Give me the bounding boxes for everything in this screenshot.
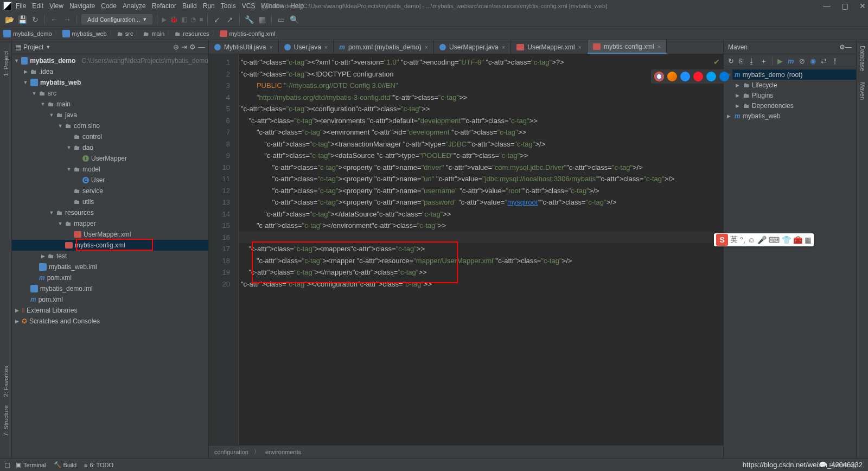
tree-item[interactable]: 🖿control <box>12 131 208 142</box>
tree-item[interactable]: ▶🖿test <box>12 251 208 262</box>
tree-item[interactable]: ▼🖿mapper <box>12 218 208 229</box>
code-line[interactable]: "c-attr">class="c-tag"><property "c-attr… <box>241 185 723 197</box>
crumb-configuration[interactable]: configuration <box>214 449 248 455</box>
tool-structure[interactable]: 7: Structure <box>3 405 9 436</box>
tree-extra[interactable]: ▶⫴External Libraries <box>12 305 208 316</box>
menu-navigate[interactable]: Navigate <box>67 1 97 11</box>
tree-item[interactable]: mybatis_web.iml <box>12 262 208 272</box>
tab-close-icon[interactable]: × <box>425 44 428 50</box>
tool-project[interactable]: 1: Project <box>3 51 9 76</box>
tree-item[interactable]: ▼🖿model <box>12 164 208 175</box>
crumb-resources[interactable]: 🖿resources <box>175 30 209 37</box>
mvn-collapse-icon[interactable]: ⭱ <box>832 57 839 65</box>
tree-item[interactable]: mybatis_demo.iml <box>12 283 208 294</box>
back-icon[interactable]: ← <box>49 15 59 24</box>
tool-maven[interactable]: Maven <box>859 82 866 100</box>
debug-icon[interactable]: 🐞 <box>170 16 178 23</box>
tree-item[interactable]: CUser <box>12 175 208 186</box>
code-editor[interactable]: ✔ "c-attr">class="c-tag"><?xml "c-attr">… <box>239 54 723 445</box>
code-line[interactable]: "c-attr">class="c-tag"></configuration"c… <box>241 278 723 290</box>
code-line[interactable]: "c-attr">class="c-tag"></mappers"c-attr"… <box>241 266 723 278</box>
locate-icon[interactable]: ⊕ <box>173 43 179 51</box>
menu-tools[interactable]: Tools <box>219 1 238 11</box>
code-line[interactable]: "c-attr">class="c-tag"><mapper "c-attr">… <box>241 255 723 267</box>
mvn-download-icon[interactable]: ⭳ <box>748 57 755 65</box>
tree-item[interactable]: UserMapper.xml <box>12 229 208 240</box>
mvn-toggle-icon[interactable]: ⊘ <box>799 57 805 65</box>
maven-tree-item[interactable]: ▶mmybatis_web <box>724 111 856 121</box>
mvn-generate-icon[interactable]: ⎘ <box>739 57 743 65</box>
build-button[interactable]: 🔨 Build <box>54 461 76 468</box>
editor-tab[interactable]: mybtis-config.xml× <box>588 40 667 54</box>
menu-vcs[interactable]: VCS <box>240 1 258 11</box>
tree-item[interactable]: mybtis-config.xml <box>12 240 208 251</box>
settings-icon[interactable]: 🔧 <box>244 15 254 24</box>
tool-database[interactable]: Database <box>859 46 866 71</box>
ime-voice-icon[interactable]: 🎤 <box>757 236 767 244</box>
ime-menu-icon[interactable]: ▦ <box>805 236 812 244</box>
tree-item[interactable]: ▼🖿main <box>12 99 208 110</box>
tree-root[interactable]: ▼mybatis_demo C:\Users\wangf\IdeaProject… <box>12 55 208 66</box>
mvn-exec-icon[interactable]: m <box>788 57 794 65</box>
tree-extra[interactable]: ▶✪Scratches and Consoles <box>12 316 208 327</box>
editor-tab[interactable]: UserMapper.xml× <box>511 40 588 54</box>
collapse-icon[interactable]: ⇥ <box>181 43 187 51</box>
hide-icon[interactable]: ― <box>198 43 205 51</box>
profile-icon[interactable]: ◔ <box>190 16 196 23</box>
mvn-reimport-icon[interactable]: ↻ <box>728 57 734 65</box>
code-line[interactable]: "c-attr">class="c-tag"></environment"c-a… <box>241 220 723 232</box>
crumb-project[interactable]: mybatis_demo <box>3 30 52 37</box>
code-line[interactable]: "c-attr">class="c-tag"><environment "c-a… <box>241 126 723 138</box>
menu-file[interactable]: File <box>14 1 28 11</box>
open-icon[interactable]: 📂 <box>4 15 14 24</box>
editor-tab[interactable]: MybtisUtil.java× <box>209 40 279 54</box>
fold-gutter[interactable] <box>233 54 239 445</box>
tab-close-icon[interactable]: × <box>658 43 661 50</box>
forward-icon[interactable]: → <box>62 15 72 24</box>
code-line[interactable]: "c-attr">class="c-tag"><transactionManag… <box>241 138 723 150</box>
opera-icon[interactable] <box>693 72 703 81</box>
code-line[interactable]: "c-attr">class="c-tag"><?xml "c-attr">ve… <box>241 56 723 68</box>
editor-tab[interactable]: UserMapper.java× <box>434 40 511 54</box>
tree-item[interactable]: ▶🖿.idea <box>12 66 208 77</box>
add-configuration-button[interactable]: Add Configuration...▾ <box>81 14 152 24</box>
tree-item[interactable]: ▼🖿com.sino <box>12 120 208 131</box>
maven-tree-item[interactable]: ▶🖿Plugins <box>724 90 856 100</box>
safari-icon[interactable] <box>680 72 690 81</box>
maven-tree-item[interactable]: ▶🖿Dependencies <box>724 100 856 111</box>
mvn-run-icon[interactable]: ▶ <box>777 57 783 65</box>
ime-emoji-icon[interactable]: ☺ <box>748 236 755 244</box>
vcs-update-icon[interactable]: ↙ <box>212 15 222 24</box>
ime-skin-icon[interactable]: 👕 <box>782 236 791 244</box>
maximize-icon[interactable]: ▢ <box>841 2 848 10</box>
chrome-icon[interactable] <box>654 72 664 81</box>
menu-code[interactable]: Code <box>99 1 119 11</box>
maven-settings-icon[interactable]: ⚙ <box>839 43 845 51</box>
tree-item[interactable]: 🖿utils <box>12 196 208 207</box>
ime-toolbar[interactable]: S 英 °, ☺ 🎤 ⌨ 👕 🧰 ▦ <box>714 233 814 246</box>
menu-edit[interactable]: Edit <box>30 1 46 11</box>
ime-toolbox-icon[interactable]: 🧰 <box>793 236 802 244</box>
panel-settings-icon[interactable]: ⚙ <box>189 43 196 51</box>
todo-button[interactable]: ≡ 6: TODO <box>84 462 113 468</box>
menu-view[interactable]: View <box>47 1 66 11</box>
tree-item[interactable]: ▼🖿src <box>12 88 208 99</box>
ime-lang-icon[interactable]: 英 <box>730 235 738 245</box>
close-icon[interactable]: ✕ <box>859 2 866 10</box>
tree-item[interactable]: 🖿service <box>12 186 208 196</box>
code-line[interactable]: "c-attr">class="c-tag"><property "c-attr… <box>241 196 723 208</box>
minimize-icon[interactable]: ― <box>823 2 831 10</box>
maven-hide-icon[interactable]: ― <box>845 43 852 51</box>
menu-analyze[interactable]: Analyze <box>120 1 148 11</box>
sync-icon[interactable]: ↻ <box>30 15 40 24</box>
maven-tree-item[interactable]: ▶🖿Lifecycle <box>724 80 856 90</box>
crumb-main[interactable]: 🖿main <box>143 30 164 37</box>
code-line[interactable]: "c-attr">class="c-tag"><dataSource "c-at… <box>241 150 723 162</box>
mvn-show-icon[interactable]: ⇄ <box>821 57 827 65</box>
ime-punct-icon[interactable]: °, <box>740 236 745 244</box>
ie-icon[interactable] <box>706 72 716 81</box>
tab-close-icon[interactable]: × <box>578 44 582 50</box>
tree-item[interactable]: ▼mybatis_web <box>12 77 208 88</box>
menu-refactor[interactable]: Refactor <box>150 1 178 11</box>
vcs-commit-icon[interactable]: ↗ <box>225 15 235 24</box>
